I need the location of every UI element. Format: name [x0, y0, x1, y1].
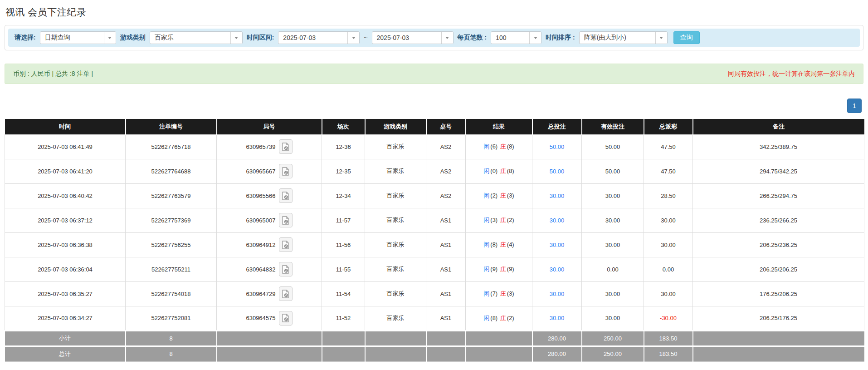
cell-note: 342.25/389.75 [693, 134, 864, 159]
film-reel-icon [282, 290, 289, 298]
subtotal-row: 小计 8 280.00 250.00 183.50 [5, 331, 864, 346]
time-sort-value: 降冪(由大到小) [580, 32, 655, 44]
cell-result: 闲(6) 庄(8) [466, 134, 532, 159]
date-from-select[interactable]: 2025-07-03 [278, 31, 360, 44]
video-replay-button[interactable] [279, 139, 293, 154]
total-bet-link[interactable]: 30.00 [550, 217, 565, 224]
chevron-down-icon[interactable] [347, 32, 359, 44]
grand-total-total-bet: 280.00 [532, 346, 582, 361]
cell-game-type: 百家乐 [365, 257, 426, 281]
cell-result: 闲(0) 庄(8) [466, 159, 532, 183]
video-replay-button[interactable] [279, 188, 293, 203]
player-score: (0) [490, 168, 498, 174]
cell-bet-id: 522627756255 [126, 232, 217, 257]
search-button[interactable]: 查询 [673, 31, 700, 44]
page-title: 视讯 会员下注纪录 [5, 6, 86, 19]
subtotal-payout: 183.50 [644, 331, 693, 346]
video-replay-button[interactable] [279, 164, 293, 178]
pagination-page-1-button[interactable]: 1 [847, 99, 862, 113]
cell-session: 12-36 [322, 134, 365, 159]
round-number: 630964729 [246, 291, 275, 297]
date-to-select[interactable]: 2025-07-03 [372, 31, 454, 44]
banker-label: 庄 [500, 266, 507, 272]
total-bet-link[interactable]: 30.00 [550, 315, 565, 321]
player-label: 闲 [483, 217, 490, 223]
empty-cell [217, 331, 322, 346]
film-reel-icon [282, 314, 289, 322]
grand-total-count: 8 [126, 346, 217, 361]
cell-game-type: 百家乐 [365, 183, 426, 208]
cell-payout: 47.50 [644, 134, 693, 159]
cell-table-no: AS1 [426, 306, 466, 331]
player-label: 闲 [483, 315, 490, 321]
cell-valid-bet: 30.00 [582, 183, 644, 208]
total-bet-link[interactable]: 50.00 [550, 143, 565, 150]
grand-total-payout: 183.50 [644, 346, 693, 361]
header-note: 备注 [693, 119, 864, 134]
total-bet-link[interactable]: 30.00 [550, 192, 565, 199]
header-valid-bet: 有效投注 [582, 119, 644, 134]
header-result: 结果 [466, 119, 532, 134]
empty-cell [466, 331, 532, 346]
total-bet-link[interactable]: 30.00 [550, 266, 565, 273]
cell-session: 11-57 [322, 208, 365, 232]
cell-payout: 28.50 [644, 183, 693, 208]
video-replay-button[interactable] [279, 262, 293, 276]
betting-records-table: 时间 注单编号 局号 场次 游戏类别 桌号 结果 总投注 有效投注 总派彩 备注… [5, 119, 864, 362]
cell-payout: -30.00 [644, 306, 693, 331]
game-type-select[interactable]: 百家乐 [150, 31, 243, 44]
grand-total-row: 总计 8 280.00 250.00 183.50 [5, 346, 864, 361]
cell-valid-bet: 30.00 [582, 208, 644, 232]
header-bet-id: 注单编号 [126, 119, 217, 134]
grand-total-label: 总计 [5, 346, 126, 361]
empty-cell [322, 331, 365, 346]
cell-round-id: 630965667 [217, 159, 322, 183]
chevron-down-icon[interactable] [230, 32, 242, 44]
player-score: (8) [490, 315, 498, 321]
per-page-label: 每页笔数 : [458, 34, 487, 42]
cell-bet-id: 522627765718 [126, 134, 217, 159]
player-label: 闲 [483, 290, 490, 297]
banker-label: 庄 [500, 241, 507, 248]
per-page-select[interactable]: 100 [491, 31, 541, 44]
banker-label: 庄 [500, 217, 507, 223]
cell-time: 2025-07-03 06:40:42 [5, 183, 126, 208]
time-sort-label: 时间排序 : [546, 34, 575, 42]
cell-game-type: 百家乐 [365, 208, 426, 232]
cell-table-no: AS1 [426, 257, 466, 281]
cell-bet-id: 522627757369 [126, 208, 217, 232]
video-replay-button[interactable] [279, 311, 293, 326]
video-replay-button[interactable] [279, 237, 293, 252]
film-reel-icon [282, 265, 289, 274]
cell-note: 294.75/342.25 [693, 159, 864, 183]
cell-valid-bet: 30.00 [582, 306, 644, 331]
round-number: 630965566 [246, 192, 275, 199]
time-sort-select[interactable]: 降冪(由大到小) [579, 31, 668, 44]
cell-table-no: AS2 [426, 134, 466, 159]
query-type-select[interactable]: 日期查询 [40, 31, 116, 44]
total-bet-link[interactable]: 50.00 [550, 168, 565, 175]
chevron-down-icon[interactable] [655, 32, 667, 44]
currency-total-summary: 币别 : 人民币 | 总共 :8 注单 | [13, 70, 93, 78]
cell-note: 176.25/206.25 [693, 281, 864, 306]
cell-result: 闲(3) 庄(2) [466, 208, 532, 232]
chevron-down-icon[interactable] [529, 32, 541, 44]
total-bet-link[interactable]: 30.00 [550, 242, 565, 248]
cell-session: 12-35 [322, 159, 365, 183]
cell-session: 11-55 [322, 257, 365, 281]
valid-bet-notice: 同局有效投注，统一计算在该局第一张注单内 [728, 70, 855, 78]
video-replay-button[interactable] [279, 286, 293, 301]
cell-time: 2025-07-03 06:35:27 [5, 281, 126, 306]
cell-payout: 30.00 [644, 281, 693, 306]
time-range-label: 时间区间: [247, 34, 274, 42]
chevron-down-icon[interactable] [104, 32, 116, 44]
video-replay-button[interactable] [279, 213, 293, 227]
total-bet-link[interactable]: 30.00 [550, 291, 565, 297]
game-type-label: 游戏类别 [120, 34, 146, 42]
cell-table-no: AS2 [426, 183, 466, 208]
cell-result: 闲(7) 庄(3) [466, 281, 532, 306]
banker-label: 庄 [500, 143, 507, 150]
cell-total-bet: 30.00 [532, 257, 582, 281]
chevron-down-icon[interactable] [441, 32, 453, 44]
film-reel-icon [282, 192, 289, 200]
